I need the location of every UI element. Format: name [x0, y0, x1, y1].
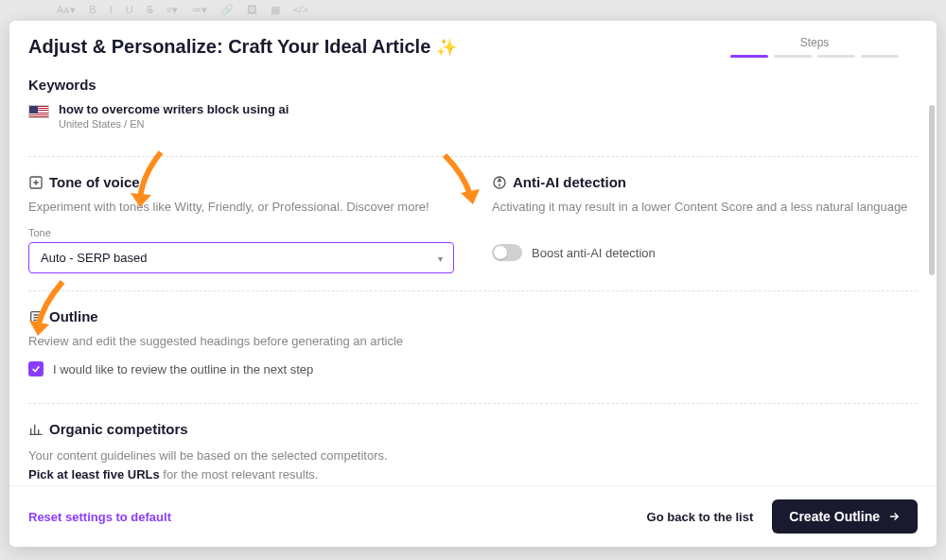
anti-ai-desc: Activating it may result in a lower Cont… — [492, 200, 918, 214]
tone-section: Tone of voice Experiment with tones like… — [28, 174, 454, 273]
settings-modal: Adjust & Personalize: Craft Your Ideal A… — [9, 21, 937, 547]
outline-section: Outline Review and edit the suggested he… — [28, 308, 918, 376]
tone-label: Tone — [28, 227, 454, 238]
modal-body: Keywords how to overcome writers block u… — [9, 58, 937, 485]
chart-icon — [28, 422, 44, 437]
outline-checkbox-row: I would like to review the outline in th… — [28, 361, 918, 376]
tone-select-wrap: Auto - SERP based ▾ — [28, 242, 454, 273]
anti-ai-section: Anti-AI detection Activating it may resu… — [492, 174, 918, 273]
outline-checkbox[interactable] — [28, 361, 44, 376]
arrow-right-icon — [887, 510, 901, 523]
competitors-section: Organic competitors Your content guideli… — [28, 421, 918, 485]
page-title: Adjust & Personalize: Craft Your Ideal A… — [28, 36, 457, 58]
outline-desc: Review and edit the suggested headings b… — [28, 334, 918, 348]
tone-anti-row: Tone of voice Experiment with tones like… — [28, 174, 918, 273]
divider — [28, 156, 918, 157]
keyword-locale: United States / EN — [59, 118, 289, 130]
keywords-section: Keywords how to overcome writers block u… — [28, 77, 918, 130]
outline-checkbox-label: I would like to review the outline in th… — [53, 362, 313, 376]
background-toolbar: Aᴀ▾BIUS̶≡▾≔▾🔗🖼▦</> — [57, 4, 889, 19]
steps-label: Steps — [800, 36, 830, 49]
anti-ai-title: Anti-AI detection — [492, 174, 918, 190]
tone-icon — [28, 175, 44, 190]
keyword-value: how to overcome writers block using ai — [59, 102, 289, 116]
keyword-row: how to overcome writers block using ai U… — [28, 102, 918, 130]
anti-ai-toggle-label: Boost anti-AI detection — [532, 246, 656, 260]
anti-ai-toggle-row: Boost anti-AI detection — [492, 244, 918, 261]
tone-desc: Experiment with tones like Witty, Friend… — [28, 200, 454, 214]
check-icon — [31, 364, 41, 374]
us-flag-icon — [28, 105, 49, 118]
steps-indicator: Steps — [730, 36, 899, 58]
competitors-title: Organic competitors — [28, 421, 918, 437]
tone-title: Tone of voice — [28, 174, 454, 190]
competitors-desc: Your content guidelines will be based on… — [28, 446, 918, 483]
keywords-title: Keywords — [28, 77, 918, 93]
divider — [28, 290, 918, 291]
reset-link[interactable]: Reset settings to default — [28, 510, 171, 524]
sparkle-icon: ✨ — [436, 37, 457, 58]
back-link[interactable]: Go back to the list — [647, 510, 754, 524]
divider — [28, 403, 918, 404]
shield-icon — [492, 175, 507, 190]
anti-ai-toggle[interactable] — [492, 244, 522, 261]
footer-right: Go back to the list Create Outline — [647, 499, 918, 534]
outline-title: Outline — [28, 308, 918, 324]
tone-select[interactable]: Auto - SERP based — [28, 242, 454, 273]
outline-icon — [28, 309, 44, 324]
title-text: Adjust & Personalize: Craft Your Ideal A… — [28, 36, 430, 58]
create-outline-button[interactable]: Create Outline — [772, 499, 918, 534]
modal-footer: Reset settings to default Go back to the… — [9, 485, 937, 547]
modal-header: Adjust & Personalize: Craft Your Ideal A… — [9, 21, 937, 58]
scrollbar[interactable] — [929, 105, 935, 275]
